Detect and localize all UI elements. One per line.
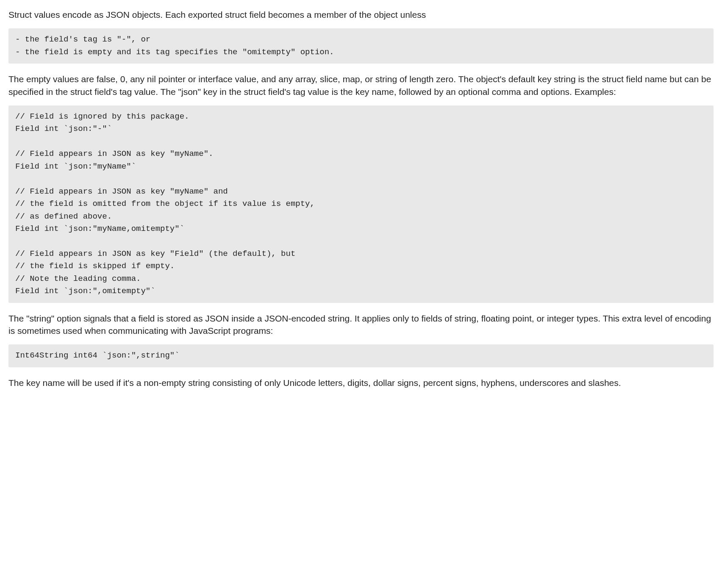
code-block-string-option[interactable]: Int64String int64 `json:",string"` (8, 344, 714, 367)
paragraph-key-name: The key name will be used if it's a non-… (8, 377, 714, 389)
code-block-conditions[interactable]: - the field's tag is "-", or - the field… (8, 28, 714, 64)
paragraph-string-option: The "string" option signals that a field… (8, 312, 714, 337)
paragraph-intro: Struct values encode as JSON objects. Ea… (8, 8, 714, 21)
code-block-examples[interactable]: // Field is ignored by this package. Fie… (8, 105, 714, 303)
paragraph-empty-values: The empty values are false, 0, any nil p… (8, 73, 714, 98)
